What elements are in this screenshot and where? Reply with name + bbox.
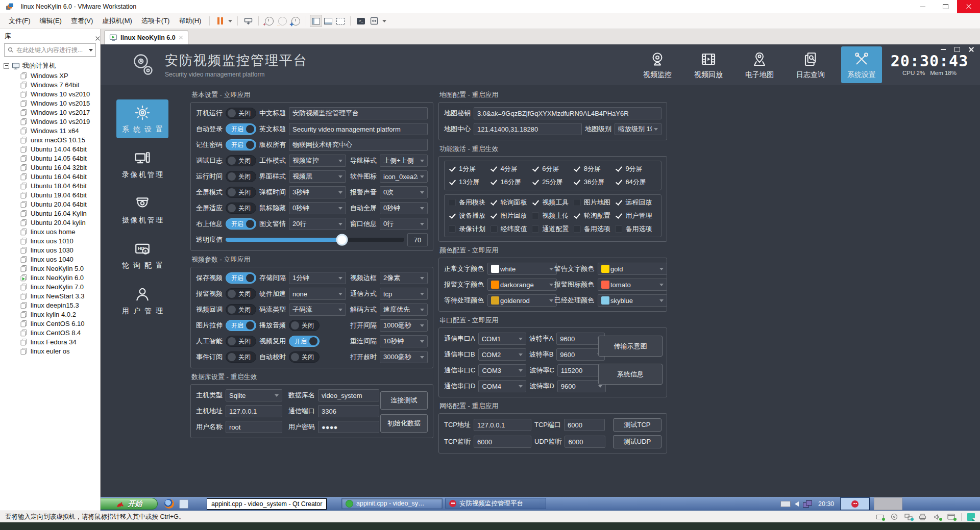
test-connection-button[interactable]: 连接测试 [380, 391, 428, 410]
test-button[interactable]: 测试UDP [613, 435, 662, 448]
network-icon[interactable] [803, 500, 812, 507]
dropdown-select[interactable]: 20行 [289, 218, 346, 230]
library-search-box[interactable]: 在此处键入内容进行搜... [4, 43, 96, 57]
vm-list-item[interactable]: linux NeoKylin 5.0 [0, 264, 100, 273]
vm-list-item[interactable]: linux euler os [0, 346, 100, 356]
dropdown-select[interactable]: 3秒钟 [289, 186, 346, 198]
dropdown-select[interactable]: 子码流 [289, 304, 346, 316]
vm-list-item[interactable]: linux CentOS 6.10 [0, 319, 100, 328]
toggle-off[interactable]: 关闭 [226, 108, 256, 119]
search-dropdown[interactable] [86, 44, 95, 56]
app-maximize-button[interactable] [954, 47, 960, 52]
taskbar-app-icon[interactable] [179, 499, 188, 509]
dropdown-select[interactable]: 1000毫秒 [380, 319, 428, 332]
checkbox-checked[interactable]: 6分屏 [532, 164, 574, 173]
dropdown-select[interactable]: none [289, 288, 346, 300]
slider-thumb[interactable] [336, 234, 348, 246]
vm-list-item[interactable]: linux uos 1040 [0, 255, 100, 264]
side-nav-domecam[interactable]: 摄像机管理 [116, 190, 168, 229]
harddisk-status-icon[interactable] [875, 513, 884, 520]
color-select[interactable]: tomato [598, 279, 667, 291]
checkbox-checked[interactable]: 轮询配置 [574, 211, 616, 220]
sound-status-icon[interactable] [933, 513, 941, 520]
vm-list-item[interactable]: Windows 10 vs2017 [0, 108, 100, 117]
dropdown-select[interactable]: COM2 [478, 348, 526, 361]
checkbox-checked[interactable]: 1分屏 [449, 164, 491, 173]
system-info-button[interactable]: 系统信息 [598, 364, 663, 385]
text-input[interactable]: Security video management platform [289, 123, 428, 135]
checkbox-unchecked[interactable]: 备用选项 [574, 224, 616, 234]
checkbox-checked[interactable]: 设备播放 [449, 211, 491, 220]
vm-list-item[interactable]: Ubuntu 16.04 Kylin [0, 209, 100, 218]
send-ctrl-alt-del-button[interactable] [241, 15, 255, 27]
checkbox-unchecked[interactable]: 备用模块 [449, 198, 491, 207]
vm-list-item[interactable]: Windows 7 64bit [0, 80, 100, 89]
vm-tab[interactable]: linux NeoKylin 6.0 [104, 30, 188, 44]
tray-active-app[interactable] [840, 497, 870, 510]
text-input[interactable]: 127.0.0.1 [226, 405, 282, 417]
show-library-button[interactable] [310, 15, 322, 27]
text-input[interactable]: 6000 [565, 436, 605, 448]
console-view-button[interactable]: >_ [354, 15, 368, 27]
color-select[interactable]: goldenrod [487, 294, 557, 307]
checkbox-checked[interactable]: 64分屏 [615, 178, 657, 187]
color-select[interactable]: darkorange [487, 279, 557, 291]
vm-list-item[interactable]: linux uos 1030 [0, 245, 100, 255]
vm-list-item[interactable]: linux NewStart 3.3 [0, 291, 100, 300]
toggle-off[interactable]: 关闭 [226, 304, 256, 315]
checkbox-checked[interactable]: 13分屏 [449, 178, 491, 187]
color-select[interactable]: gold [598, 263, 667, 275]
input-method-icon[interactable] [780, 501, 791, 507]
color-select[interactable]: skyblue [598, 294, 667, 307]
vm-list-item[interactable]: Ubuntu 14.05 64bit [0, 154, 100, 163]
pause-dropdown[interactable] [227, 15, 234, 27]
vm-list-item[interactable]: linux uos home [0, 227, 100, 236]
toggle-off[interactable]: 关闭 [226, 187, 256, 198]
vm-list-item[interactable]: linux NeoKylin 7.0 [0, 282, 100, 291]
printer-status-icon[interactable] [918, 513, 927, 520]
top-nav-film[interactable]: 视频回放 [688, 46, 729, 83]
top-nav-mappin[interactable]: 电子地图 [739, 46, 780, 83]
toggle-on[interactable]: 开启 [289, 336, 320, 347]
checkbox-checked[interactable]: 36分屏 [574, 178, 616, 187]
cdrom-status-icon[interactable] [890, 513, 898, 520]
dropdown-select[interactable]: 视频监控 [289, 155, 346, 167]
toggle-on[interactable]: 开启 [226, 123, 256, 135]
dropdown-select[interactable]: 缩放级别 19 [615, 123, 662, 135]
fit-dropdown[interactable] [381, 15, 388, 27]
toggle-on[interactable]: 开启 [226, 218, 256, 230]
toggle-on[interactable]: 开启 [226, 320, 256, 331]
network-status-icon[interactable] [904, 513, 913, 520]
top-nav-webcam[interactable]: 视频监控 [637, 46, 678, 83]
snapshot-manager-button[interactable]: ✚ [289, 15, 302, 27]
toggle-off[interactable]: 关闭 [226, 351, 256, 363]
vm-list-item[interactable]: Windows 10 vs2010 [0, 89, 100, 98]
vm-list-item[interactable]: Ubuntu 18.04 64bit [0, 181, 100, 190]
top-nav-tools[interactable]: 系统设置 [841, 46, 882, 83]
app-minimize-button[interactable] [941, 49, 946, 50]
tree-collapse-icon[interactable] [4, 63, 9, 69]
dropdown-select[interactable]: 0秒钟 [380, 202, 428, 214]
vm-list-item[interactable]: Ubuntu 19.04 64bit [0, 190, 100, 199]
checkbox-checked[interactable]: 图片回放 [491, 211, 532, 220]
checkbox-checked[interactable]: 用户管理 [615, 211, 657, 220]
menu-item[interactable]: 文件(F) [4, 16, 35, 26]
tab-close-icon[interactable] [179, 36, 183, 39]
vm-list-item[interactable]: linux Fedora 34 [0, 337, 100, 346]
checkbox-unchecked[interactable]: 图片地图 [574, 198, 616, 207]
vm-list-item[interactable]: Ubuntu 20.04 64bit [0, 199, 100, 209]
vm-list-item[interactable]: Ubuntu 16.04 32bit [0, 163, 100, 172]
vm-list-item[interactable]: linux kylin 4.0.2 [0, 310, 100, 319]
checkbox-unchecked[interactable]: 录像计划 [449, 224, 491, 234]
transfer-diagram-button[interactable]: 传输示意图 [598, 336, 663, 357]
checkbox-unchecked[interactable]: 经纬度值 [491, 224, 532, 234]
init-data-button[interactable]: 初始化数据 [380, 414, 428, 433]
menu-item[interactable]: 虚拟机(M) [97, 16, 137, 26]
vm-list-item[interactable]: linux deepin15.3 [0, 300, 100, 310]
vm-list-item[interactable]: Windows 10 vs2019 [0, 117, 100, 126]
app-close-button[interactable] [969, 47, 974, 52]
dropdown-select[interactable]: 0秒钟 [289, 202, 346, 214]
side-nav-poll[interactable]: HD轮询配置 [116, 236, 168, 274]
vm-list-item[interactable]: linux CentOS 8.4 [0, 328, 100, 337]
dropdown-select[interactable]: Sqlite [226, 389, 282, 401]
